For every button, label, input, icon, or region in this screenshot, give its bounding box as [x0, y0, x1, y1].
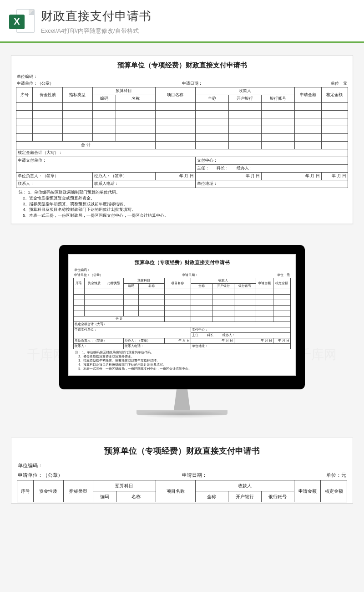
form-table: 序号 资金性质 指标类型 预算科目 项目名称 收款人 申请金额 核定金额 编码名…	[73, 278, 291, 349]
apply-unit-label: 申请单位：（公章）	[74, 273, 103, 277]
unit-addr: 单位地址：	[191, 343, 290, 349]
monitor-mockup: 预算单位（专项经费）财政直接支付申请书 单位编码： 申请单位：（公章） 申请日期…	[59, 245, 305, 415]
apply-unit-label: 申请单位：（公章）	[17, 81, 54, 87]
document-preview-top: 预算单位（专项经费）财政直接支付申请书 单位编码： 申请单位：（公章） 申请日期…	[11, 55, 353, 224]
total-label: 合 计	[16, 142, 156, 149]
section-chief-label: 科长：	[207, 333, 217, 337]
currency-label: 单位：元	[326, 472, 346, 479]
pay-center: 支付中心：	[191, 327, 290, 332]
unit-leader: 单位负责人：（签章）	[74, 338, 124, 343]
apply-pay-unit: 申请支付单位：	[74, 327, 191, 338]
currency-label: 单位：元	[277, 273, 290, 277]
contact: 联系人：	[74, 343, 124, 349]
date-c3: 年 月 日	[321, 173, 348, 180]
date-left: 年 月 日	[165, 338, 191, 343]
date-c1: 年 月 日	[191, 338, 234, 343]
unit-code-label: 单位编码：	[17, 74, 37, 80]
document-preview-strip: 预算单位（专项经费）财政直接支付申请书 单位编码： 申请单位：（公章） 申请日期…	[11, 438, 353, 504]
apply-unit-label: 申请单位：（公章）	[18, 472, 63, 479]
unit-code-label: 单位编码：	[74, 268, 90, 272]
notes-block: 注： 1、单位编码按区财政局编制部门预算的单位代码。 2、资金性质指预算资金或预…	[16, 188, 348, 220]
contact-phone: 联系人电话：	[92, 180, 195, 188]
contact: 联系人：	[16, 180, 93, 188]
unit-code-label: 单位编码：	[18, 462, 43, 469]
handler: 经办人：（签章）	[92, 173, 155, 180]
excel-icon: X	[9, 9, 35, 35]
date-c2: 年 月 日	[234, 338, 273, 343]
total-label: 合 计	[74, 316, 165, 322]
form-table: 序号 资金性质 指标类型 预算科目 项目名称 收款人 申请金额 核定金额 编码名…	[16, 87, 348, 188]
handler: 经办人：（签章）	[123, 338, 165, 343]
doc-title: 预算单位（专项经费）财政直接支付申请书	[16, 59, 348, 73]
doc-title: 预算单位（专项经费）财政直接支付申请书	[73, 258, 291, 268]
approved-total-cn: 核定金额合计（大写）：	[16, 149, 348, 157]
apply-date-label: 申请日期：	[182, 472, 207, 479]
approved-total-cn: 核定金额合计（大写）：	[74, 322, 291, 327]
director-label: 主任：	[197, 166, 209, 170]
apply-date-label: 申请日期：	[182, 81, 202, 87]
unit-leader: 单位负责人：（签章）	[16, 173, 93, 180]
unit-addr: 单位地址：	[195, 180, 348, 188]
handler-center-label: 经办人：	[237, 166, 253, 170]
handler-center-label: 经办人：	[222, 333, 235, 337]
notes-block: 注： 1、单位编码按区财政局编制部门预算的单位代码。 2、资金性质指预算资金或预…	[73, 349, 291, 372]
document-preview-monitor: 预算单位（专项经费）财政直接支付申请书 单位编码： 申请单位：（公章） 申请日期…	[68, 254, 296, 376]
page-header: X 财政直接支付申请书 Excel/A4打印/内容随意修改/自带格式	[0, 0, 364, 41]
date-left: 年 月 日	[156, 173, 195, 180]
currency-label: 单位：元	[331, 81, 347, 87]
date-c3: 年 月 日	[273, 338, 290, 343]
page-title: 财政直接支付申请书	[41, 8, 355, 24]
section-chief-label: 科长：	[217, 166, 229, 170]
doc-title: 预算单位（专项经费）财政直接支付申请书	[17, 443, 347, 461]
apply-pay-unit: 申请支付单位：	[16, 157, 196, 173]
date-c1: 年 月 日	[195, 173, 262, 180]
apply-date-label: 申请日期：	[182, 273, 198, 277]
form-table-header: 序号 资金性质 指标类型 预算科目 项目名称 收款人 申请金额 核定金额 编码 …	[17, 480, 347, 502]
pay-center: 支付中心：	[195, 157, 348, 165]
page-subtitle: Excel/A4打印/内容随意修改/自带格式	[41, 27, 355, 35]
director-label: 主任：	[192, 333, 202, 337]
contact-phone: 联系人电话：	[123, 343, 191, 349]
date-c2: 年 月 日	[262, 173, 321, 180]
